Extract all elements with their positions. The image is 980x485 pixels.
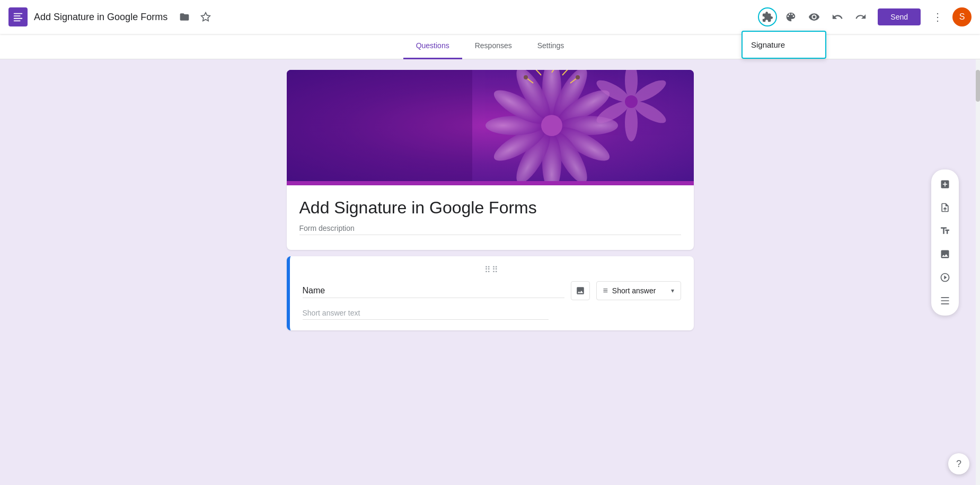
document-title: Add Signature in Google Forms xyxy=(34,12,167,23)
dropdown-arrow-icon: ▾ xyxy=(671,287,674,294)
undo-button[interactable] xyxy=(828,7,847,26)
add-title-button[interactable] xyxy=(934,220,956,241)
tab-settings[interactable]: Settings xyxy=(525,34,577,59)
star-button[interactable] xyxy=(196,7,215,26)
user-avatar[interactable]: S xyxy=(952,7,972,26)
add-section-button[interactable] xyxy=(934,290,956,311)
add-question-button[interactable] xyxy=(934,174,956,195)
tabs-bar: Questions Responses Settings xyxy=(0,34,980,59)
question-label-input[interactable] xyxy=(303,284,564,298)
app-logo xyxy=(8,7,28,26)
signature-menu-item[interactable]: Signature xyxy=(751,38,817,51)
folder-button[interactable] xyxy=(175,7,194,26)
scrollbar-track[interactable] xyxy=(976,59,980,485)
more-options-button[interactable]: ⋮ xyxy=(928,7,947,26)
svg-rect-36 xyxy=(287,70,472,181)
short-answer-icon: ≡ xyxy=(603,286,608,295)
help-button[interactable]: ? xyxy=(948,453,969,474)
import-questions-button[interactable] xyxy=(934,197,956,218)
svg-marker-4 xyxy=(201,13,210,21)
form-title-card: Add Signature in Google Forms Form descr… xyxy=(287,181,694,250)
question-top-row: ≡ Short answer ▾ xyxy=(303,281,681,300)
send-button[interactable]: Send xyxy=(878,8,921,25)
svg-point-27 xyxy=(524,75,528,79)
form-wrapper: Add Signature in Google Forms Form descr… xyxy=(287,70,694,330)
svg-point-25 xyxy=(576,75,580,79)
svg-rect-3 xyxy=(14,20,21,21)
question-input-area xyxy=(303,284,564,298)
question-card: ⠿⠿ ≡ Short answer ▾ Short answer text xyxy=(287,256,694,330)
question-type-label: Short answer xyxy=(612,286,667,295)
question-type-selector[interactable]: ≡ Short answer ▾ xyxy=(596,281,681,300)
svg-point-35 xyxy=(625,95,638,108)
svg-point-32 xyxy=(625,104,638,141)
add-image-button[interactable] xyxy=(934,244,956,265)
short-answer-preview: Short answer text xyxy=(303,309,549,320)
scrollbar-thumb[interactable] xyxy=(976,70,980,102)
svg-rect-0 xyxy=(14,13,23,14)
addons-button[interactable] xyxy=(758,7,777,26)
svg-point-28 xyxy=(541,115,562,136)
svg-rect-2 xyxy=(14,18,23,19)
main-content: Add Signature in Google Forms Form descr… xyxy=(0,59,980,485)
app-header: Add Signature in Google Forms xyxy=(0,0,980,34)
svg-rect-1 xyxy=(14,15,21,16)
form-title[interactable]: Add Signature in Google Forms xyxy=(299,198,681,218)
add-video-button[interactable] xyxy=(934,267,956,288)
redo-button[interactable] xyxy=(851,7,870,26)
preview-button[interactable] xyxy=(805,7,824,26)
tab-questions[interactable]: Questions xyxy=(403,34,462,59)
add-image-to-question-button[interactable] xyxy=(571,281,590,300)
tab-responses[interactable]: Responses xyxy=(462,34,525,59)
right-sidebar xyxy=(931,169,959,316)
drag-handle[interactable]: ⠿⠿ xyxy=(303,265,681,275)
form-header-image xyxy=(287,70,694,181)
signature-popup: Signature xyxy=(741,31,826,59)
palette-button[interactable] xyxy=(781,7,800,26)
header-actions: Send ⋮ S xyxy=(757,7,972,26)
form-description[interactable]: Form description xyxy=(299,224,681,235)
